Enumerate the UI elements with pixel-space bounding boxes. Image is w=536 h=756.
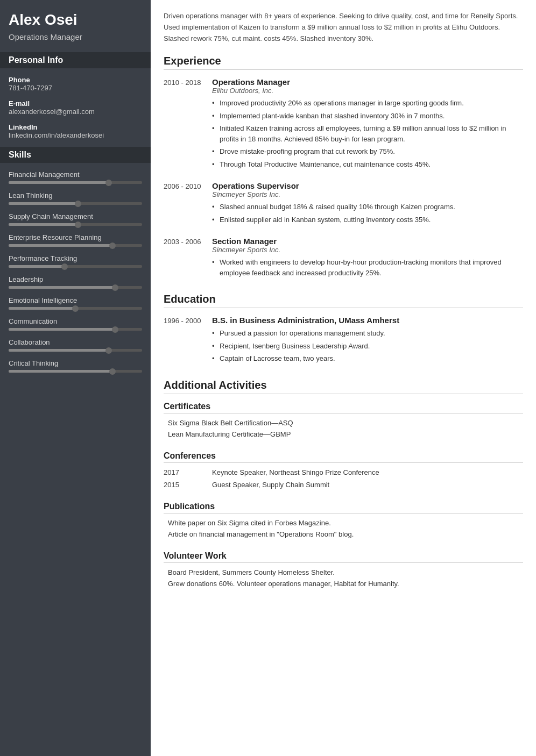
skill-bar-fill <box>9 202 78 205</box>
resume-container: Alex Osei Operations Manager Personal In… <box>0 0 536 756</box>
skill-bar <box>9 349 142 352</box>
personal-info-heading: Personal Info <box>0 52 151 68</box>
additional-heading: Additional Activities <box>164 379 523 394</box>
conf-year: 2015 <box>164 481 212 489</box>
skill-bar <box>9 370 142 373</box>
volunteer-list: Board President, Summers County Homeless… <box>164 568 523 588</box>
volunteer-section: Volunteer Work Board President, Summers … <box>164 551 523 588</box>
skill-bar-fill <box>9 265 65 268</box>
candidate-title: Operations Manager <box>9 32 142 41</box>
exp-dates: 2006 - 2010 <box>164 181 212 227</box>
conferences-heading: Conferences <box>164 451 523 463</box>
publications-list: White paper on Six Sigma cited in Forbes… <box>164 519 523 538</box>
skills-list: Financial Management Lean Thinking Suppl… <box>9 170 142 373</box>
skill-bar-dot <box>112 326 118 333</box>
conf-text: Guest Speaker, Supply Chain Summit <box>212 481 329 489</box>
skill-name: Leadership <box>9 275 142 283</box>
skill-name: Collaboration <box>9 338 142 346</box>
bullet-item: Worked with engineers to develop hour-by… <box>212 257 523 278</box>
linkedin-info: LinkedIn linkedin.com/in/alexanderkosei <box>9 123 142 139</box>
skill-bar <box>9 328 142 331</box>
skill-bar-fill <box>9 328 115 331</box>
exp-details: Section Manager Sincmeyer Sports Inc. Wo… <box>212 237 523 280</box>
vol-item: Board President, Summers County Homeless… <box>164 568 523 576</box>
exp-company: Elihu Outdoors, Inc. <box>212 87 523 95</box>
skill-bar-fill <box>9 181 109 184</box>
phone-info: Phone 781-470-7297 <box>9 76 142 92</box>
skill-item: Enterprise Resource Planning <box>9 233 142 247</box>
conf-text: Keynote Speaker, Northeast Shingo Prize … <box>212 468 379 476</box>
skill-item: Leadership <box>9 275 142 289</box>
skill-bar-dot <box>109 368 116 375</box>
skill-bar-fill <box>9 244 112 247</box>
bullet-item: Recipient, Isenberg Business Leadership … <box>212 341 523 352</box>
bullet-item: Through Total Productive Maintenance, cu… <box>212 159 523 170</box>
skill-bar <box>9 181 142 184</box>
experience-entry: 2006 - 2010 Operations Supervisor Sincme… <box>164 181 523 227</box>
experience-entry: 2010 - 2018 Operations Manager Elihu Out… <box>164 77 523 172</box>
certificates-heading: Certificates <box>164 402 523 413</box>
skill-bar <box>9 286 142 289</box>
skill-bar-fill <box>9 223 78 226</box>
skill-item: Financial Management <box>9 170 142 184</box>
conferences-list: 2017 Keynote Speaker, Northeast Shingo P… <box>164 468 523 489</box>
exp-dates: 2010 - 2018 <box>164 77 212 172</box>
skill-item: Critical Thinking <box>9 359 142 373</box>
linkedin-value: linkedin.com/in/alexanderkosei <box>9 131 142 139</box>
exp-details: Operations Manager Elihu Outdoors, Inc. … <box>212 77 523 172</box>
skill-bar-dot <box>61 263 68 270</box>
email-info: E-mail alexanderkosei@gmail.com <box>9 99 142 116</box>
cert-item: Lean Manufacturing Certificate—GBMP <box>164 430 523 438</box>
publications-section: Publications White paper on Six Sigma ci… <box>164 502 523 538</box>
skill-name: Financial Management <box>9 170 142 179</box>
skill-name: Performance Tracking <box>9 254 142 262</box>
vol-item: Grew donations 60%. Volunteer operations… <box>164 580 523 588</box>
skill-bar-dot <box>72 305 79 312</box>
bullet-item: Pursued a passion for operations managem… <box>212 328 523 339</box>
skill-bar-dot <box>75 201 81 207</box>
certificates-section: Certificates Six Sigma Black Belt Certif… <box>164 402 523 438</box>
skill-name: Critical Thinking <box>9 359 142 367</box>
exp-job-title: Operations Manager <box>212 77 523 87</box>
exp-bullets: Worked with engineers to develop hour-by… <box>212 257 523 278</box>
education-entry: 1996 - 2000 B.S. in Business Administrat… <box>164 316 523 366</box>
skill-bar-dot <box>105 347 112 354</box>
bullet-item: Slashed annual budget 18% & raised quali… <box>212 202 523 212</box>
exp-job-title: Section Manager <box>212 237 523 246</box>
edu-dates: 1996 - 2000 <box>164 316 212 366</box>
experience-list: 2010 - 2018 Operations Manager Elihu Out… <box>164 77 523 280</box>
conf-year: 2017 <box>164 468 212 476</box>
skill-bar <box>9 223 142 226</box>
edu-bullets: Pursued a passion for operations managem… <box>212 328 523 364</box>
skill-bar <box>9 244 142 247</box>
email-label: E-mail <box>9 99 142 108</box>
skill-bar <box>9 265 142 268</box>
bullet-item: Initiated Kaizen training across all emp… <box>212 123 523 144</box>
skill-bar-fill <box>9 307 75 310</box>
skills-heading: Skills <box>0 147 151 163</box>
conf-entry: 2017 Keynote Speaker, Northeast Shingo P… <box>164 468 523 476</box>
bullet-item: Enlisted supplier aid in Kanban system, … <box>212 215 523 225</box>
exp-bullets: Slashed annual budget 18% & raised quali… <box>212 202 523 225</box>
sidebar: Alex Osei Operations Manager Personal In… <box>0 0 151 756</box>
experience-heading: Experience <box>164 55 523 70</box>
skill-name: Supply Chain Management <box>9 212 142 220</box>
education-list: 1996 - 2000 B.S. in Business Administrat… <box>164 316 523 366</box>
bullet-item: Captain of Lacrosse team, two years. <box>212 353 523 364</box>
publications-heading: Publications <box>164 502 523 513</box>
skill-item: Lean Thinking <box>9 191 142 205</box>
additional-section: Additional Activities Certificates Six S… <box>164 379 523 588</box>
skill-bar <box>9 202 142 205</box>
education-section: Education 1996 - 2000 B.S. in Business A… <box>164 293 523 366</box>
linkedin-label: LinkedIn <box>9 123 142 131</box>
certificates-list: Six Sigma Black Belt Certification—ASQLe… <box>164 419 523 438</box>
skill-item: Communication <box>9 317 142 331</box>
bullet-item: Drove mistake-proofing program that cut … <box>212 146 523 157</box>
exp-job-title: Operations Supervisor <box>212 181 523 190</box>
skill-bar-fill <box>9 286 115 289</box>
exp-details: Operations Supervisor Sincmeyer Sports I… <box>212 181 523 227</box>
exp-bullets: Improved productivity 20% as operations … <box>212 98 523 169</box>
edu-degree: B.S. in Business Administration, UMass A… <box>212 316 523 325</box>
skill-bar-dot <box>105 180 112 186</box>
skill-item: Emotional Intelligence <box>9 296 142 310</box>
